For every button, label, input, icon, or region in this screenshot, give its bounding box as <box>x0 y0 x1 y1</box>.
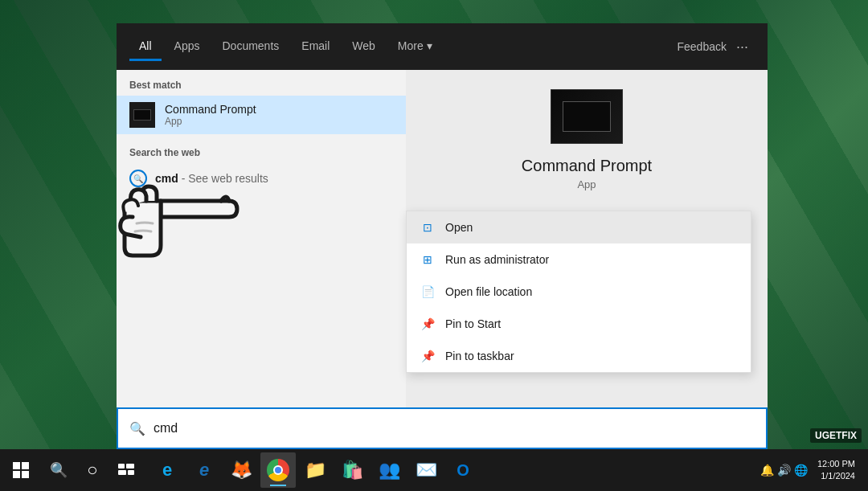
watermark: UGETFIX <box>810 428 862 443</box>
ie-icon: e <box>199 460 209 481</box>
people-icon: 👥 <box>379 460 400 481</box>
search-bar-icon: 🔍 <box>129 421 145 436</box>
tab-all[interactable]: All <box>129 33 162 61</box>
best-match-label: Best match <box>117 70 406 96</box>
context-open-location-label: Open file location <box>445 285 532 298</box>
taskbar-app-firefox[interactable]: 🦊 <box>223 452 259 488</box>
chrome-icon <box>267 459 289 481</box>
taskbar-app-store[interactable]: 🛍️ <box>334 452 370 488</box>
search-bar[interactable]: 🔍 cmd <box>117 407 768 449</box>
tray-icons: 🔔 🔊 🌐 <box>760 464 808 477</box>
search-web-label: Search the web <box>117 134 406 163</box>
pin-start-icon: 📌 <box>420 316 436 332</box>
feedback-button[interactable]: Feedback <box>678 40 727 53</box>
context-item-pin-taskbar[interactable]: 📌 Pin to taskbar <box>407 340 751 372</box>
result-name: Command Prompt <box>165 103 393 116</box>
task-view-icon <box>117 463 135 477</box>
firefox-icon: 🦊 <box>231 460 252 481</box>
svg-rect-2 <box>118 470 126 475</box>
taskbar-app-edge[interactable]: e <box>149 452 185 488</box>
taskbar-app-mail[interactable]: ✉️ <box>408 452 444 488</box>
context-item-open-location[interactable]: 📄 Open file location <box>407 276 751 308</box>
clock-date: 1/1/2024 <box>817 470 855 482</box>
context-item-pin-start[interactable]: 📌 Pin to Start <box>407 308 751 340</box>
tab-email[interactable]: Email <box>292 33 339 61</box>
taskbar-search-icon: 🔍 <box>50 461 68 479</box>
search-content: Best match Command Prompt App Search the… <box>117 70 768 449</box>
svg-rect-0 <box>118 464 125 468</box>
result-item-cmd[interactable]: Command Prompt App <box>117 96 406 134</box>
context-open-label: Open <box>445 221 473 234</box>
search-left-panel: Best match Command Prompt App Search the… <box>117 70 406 449</box>
taskbar-task-view-button[interactable] <box>109 453 143 487</box>
taskbar-app-ie[interactable]: e <box>186 452 222 488</box>
tab-documents[interactable]: Documents <box>212 33 289 61</box>
taskbar: 🔍 ○ e e 🦊 <box>0 449 868 491</box>
mail-icon: ✉️ <box>416 460 437 481</box>
taskbar-search-button[interactable]: 🔍 <box>42 453 76 487</box>
cortana-icon: ○ <box>87 460 97 481</box>
open-icon: ⊡ <box>420 219 436 235</box>
context-item-run-admin[interactable]: ⊞ Run as administrator <box>407 243 751 276</box>
app-preview-type: App <box>577 178 596 190</box>
edge-icon: e <box>162 460 172 481</box>
outlook-icon: O <box>457 461 469 480</box>
context-pin-taskbar-label: Pin to taskbar <box>445 350 514 362</box>
context-run-admin-label: Run as administrator <box>445 253 549 266</box>
taskbar-tray: 🔔 🔊 🌐 12:00 PM 1/1/2024 <box>754 455 868 486</box>
tab-web[interactable]: Web <box>342 33 385 61</box>
context-item-open[interactable]: ⊡ Open <box>407 211 751 243</box>
context-pin-start-label: Pin to Start <box>445 317 501 330</box>
file-location-icon: 📄 <box>420 284 436 300</box>
search-panel: All Apps Documents Email Web More ▾ Feed… <box>117 23 768 449</box>
taskbar-apps: e e 🦊 📁 🛍️ 👥 ✉️ <box>143 452 754 488</box>
clock-time: 12:00 PM <box>817 458 855 470</box>
taskbar-app-explorer[interactable]: 📁 <box>297 452 333 488</box>
app-preview-name: Command Prompt <box>522 157 652 175</box>
start-icon <box>13 462 29 478</box>
taskbar-app-chrome[interactable] <box>260 452 296 488</box>
search-bar-text: cmd <box>154 421 178 436</box>
run-admin-icon: ⊞ <box>420 252 436 268</box>
cmd-result-icon <box>129 102 155 128</box>
tab-more[interactable]: More ▾ <box>388 33 442 61</box>
result-type: App <box>165 116 393 127</box>
web-search-icon: 🔍 <box>129 170 147 187</box>
clock-area[interactable]: 12:00 PM 1/1/2024 <box>811 455 862 486</box>
svg-rect-3 <box>128 470 134 475</box>
nav-more-button[interactable]: ··· <box>730 35 755 59</box>
pin-taskbar-icon: 📌 <box>420 348 436 364</box>
web-result-cmd[interactable]: 🔍 cmd - See web results <box>117 163 406 194</box>
start-button[interactable] <box>0 449 42 491</box>
context-menu: ⊡ Open ⊞ Run as administrator 📄 Open fil… <box>406 211 751 373</box>
svg-rect-1 <box>126 464 134 468</box>
app-preview-icon <box>551 89 623 144</box>
search-nav: All Apps Documents Email Web More ▾ Feed… <box>117 23 768 70</box>
taskbar-cortana-button[interactable]: ○ <box>76 453 109 487</box>
result-text: Command Prompt App <box>165 103 393 127</box>
taskbar-app-people[interactable]: 👥 <box>371 452 407 488</box>
explorer-icon: 📁 <box>305 460 326 481</box>
web-result-text: cmd - See web results <box>155 172 268 185</box>
store-icon: 🛍️ <box>342 460 363 481</box>
taskbar-app-outlook[interactable]: O <box>445 452 481 488</box>
tab-apps[interactable]: Apps <box>165 33 210 61</box>
search-right-panel: Command Prompt App ⊡ Open ⊞ Run as admin… <box>406 70 768 449</box>
